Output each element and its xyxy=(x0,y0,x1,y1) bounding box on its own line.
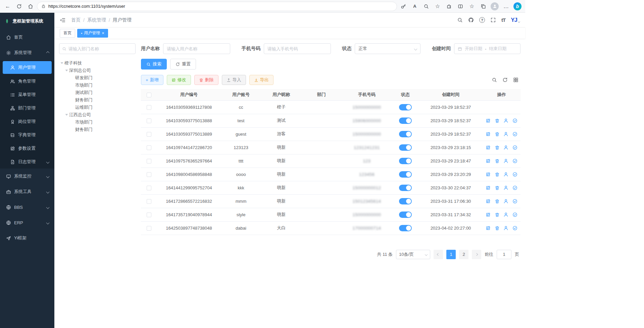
github-icon[interactable] xyxy=(468,17,474,23)
refresh-icon[interactable] xyxy=(14,1,24,11)
page-1-button[interactable]: 1 xyxy=(446,250,456,259)
table-row[interactable]: 1641097576365297664 tttt 萌新 123 2023-03-… xyxy=(141,154,521,168)
import-button[interactable]: 导入 xyxy=(222,75,246,85)
tree-node-leaf[interactable]: 市场部门 xyxy=(59,82,136,89)
edit-icon[interactable] xyxy=(486,172,491,177)
status-toggle[interactable] xyxy=(399,171,412,178)
row-checkbox[interactable] xyxy=(147,132,151,137)
bing-icon[interactable]: b xyxy=(512,1,523,11)
status-toggle[interactable] xyxy=(399,131,412,137)
user-detail-icon[interactable] xyxy=(503,185,508,190)
row-checkbox[interactable] xyxy=(147,105,151,110)
user-logo-menu[interactable]: YJ xyxy=(511,17,520,24)
sidebar-item-posts[interactable]: 岗位管理 xyxy=(0,115,54,128)
edit-icon[interactable] xyxy=(486,185,491,190)
check-circle-icon[interactable] xyxy=(512,145,517,150)
user-detail-icon[interactable] xyxy=(503,132,508,137)
table-row[interactable]: 1641030593775013888 test 测试 15906000000 … xyxy=(141,114,521,127)
export-button[interactable]: 导出 xyxy=(249,75,274,85)
tab-home[interactable]: 首页 xyxy=(60,29,75,38)
sidebar-item-logs[interactable]: 日志管理 xyxy=(0,155,54,169)
status-toggle[interactable] xyxy=(399,158,412,164)
tree-node-leaf[interactable]: 财务部门 xyxy=(59,96,136,104)
table-row[interactable]: 1641030593691127808 cc 橙子 15000000000 20… xyxy=(141,100,521,114)
table-row[interactable]: 1641441299095752704 kkk 萌新 15000000012 2… xyxy=(141,181,521,194)
delete-icon[interactable] xyxy=(495,199,500,204)
user-detail-icon[interactable] xyxy=(503,172,508,177)
add-button[interactable]: + 新增 xyxy=(141,75,163,85)
search-button[interactable]: 搜索 xyxy=(141,59,167,69)
row-checkbox[interactable] xyxy=(147,145,151,150)
sidebar-item-dictionary[interactable]: 字典管理 xyxy=(0,128,54,142)
sidebar-item-bbs[interactable]: BBS xyxy=(0,199,54,215)
user-detail-icon[interactable] xyxy=(503,199,508,204)
check-circle-icon[interactable] xyxy=(512,199,517,204)
check-circle-icon[interactable] xyxy=(512,172,517,177)
favorites-bar-icon[interactable]: ☆ xyxy=(467,1,477,11)
close-icon[interactable]: × xyxy=(102,31,104,35)
search-toggle-icon[interactable] xyxy=(492,77,497,83)
edit-icon[interactable] xyxy=(486,145,491,150)
edit-icon[interactable] xyxy=(486,132,491,137)
goto-page-input[interactable] xyxy=(497,250,511,259)
check-circle-icon[interactable] xyxy=(512,185,517,190)
sidebar-item-erp[interactable]: ERP xyxy=(0,215,54,230)
user-detail-icon[interactable] xyxy=(503,158,508,163)
tab-user-management[interactable]: ● 用户管理 × xyxy=(77,29,108,38)
more-menu-icon[interactable]: … xyxy=(501,1,511,11)
sidebar-item-monitor[interactable]: 系统监控 xyxy=(0,169,54,184)
app-logo[interactable]: 意框架管理系统 xyxy=(0,13,54,30)
delete-icon[interactable] xyxy=(495,172,500,177)
status-select[interactable]: 正常 xyxy=(355,43,420,54)
sidebar-item-roles[interactable]: 角色管理 xyxy=(0,75,54,88)
sidebar-item-system[interactable]: 系统管理 xyxy=(0,45,54,60)
delete-icon[interactable] xyxy=(495,132,500,137)
table-row[interactable]: 1641098004586958848 oooo 萌新 123456 2023-… xyxy=(141,168,521,181)
delete-icon[interactable] xyxy=(495,145,500,150)
tree-node-leaf[interactable]: 财务部门 xyxy=(59,126,136,133)
delete-icon[interactable] xyxy=(495,118,500,123)
collections-icon[interactable] xyxy=(478,1,488,11)
status-toggle[interactable] xyxy=(399,225,412,231)
sidebar-item-departments[interactable]: 部门管理 xyxy=(0,101,54,115)
edit-button[interactable]: 修改 xyxy=(167,75,191,85)
table-row[interactable]: 1641030593775013889 guest 游客 15000000000… xyxy=(141,127,521,141)
columns-grid-icon[interactable] xyxy=(513,77,518,83)
sidebar-item-yi-framework[interactable]: Yi框架 xyxy=(0,230,54,246)
department-search[interactable] xyxy=(59,43,136,54)
font-size-icon[interactable]: tT xyxy=(501,17,505,23)
tree-node-leaf[interactable]: 研发部门 xyxy=(59,74,136,82)
delete-button[interactable]: 删除 xyxy=(194,75,218,85)
row-checkbox[interactable] xyxy=(147,186,151,190)
check-circle-icon[interactable] xyxy=(512,118,517,123)
delete-icon[interactable] xyxy=(495,185,500,190)
user-detail-icon[interactable] xyxy=(503,118,508,123)
sidebar-item-home[interactable]: 首页 xyxy=(0,30,54,45)
favorites-star-icon[interactable]: ☆ xyxy=(433,1,443,11)
search-icon[interactable] xyxy=(457,17,463,23)
collapse-sidebar-icon[interactable] xyxy=(60,17,66,23)
next-page-button[interactable] xyxy=(472,250,481,259)
home-icon[interactable] xyxy=(26,1,36,11)
user-detail-icon[interactable] xyxy=(503,226,508,231)
prev-page-button[interactable] xyxy=(434,250,443,259)
table-row[interactable]: 1641728665572216832 mmm 萌新 15012345614 2… xyxy=(141,194,521,208)
breadcrumb-home[interactable]: 首页 xyxy=(71,17,81,23)
edit-icon[interactable] xyxy=(486,199,491,204)
phone-input[interactable] xyxy=(264,43,331,54)
sidebar-item-tools[interactable]: 系统工具 xyxy=(0,184,54,199)
sidebar-item-users[interactable]: 用户管理 xyxy=(3,61,52,74)
status-toggle[interactable] xyxy=(399,185,412,191)
edit-icon[interactable] xyxy=(486,212,491,217)
profile-avatar[interactable] xyxy=(490,1,500,11)
tree-node-root[interactable]: 橙子科技 xyxy=(59,59,136,67)
status-toggle[interactable] xyxy=(399,144,412,151)
user-detail-icon[interactable] xyxy=(503,212,508,217)
table-row[interactable]: 1642503897748738048 dabai 大白 17000000714… xyxy=(141,221,521,235)
sidebar-item-menus[interactable]: 菜单管理 xyxy=(0,88,54,101)
user-detail-icon[interactable] xyxy=(503,145,508,150)
username-input[interactable] xyxy=(163,43,230,54)
tree-node-leaf[interactable]: 测试部门 xyxy=(59,89,136,96)
date-range-picker[interactable]: 开始日期 - 结束日期 xyxy=(454,43,521,54)
edit-icon[interactable] xyxy=(486,226,491,231)
